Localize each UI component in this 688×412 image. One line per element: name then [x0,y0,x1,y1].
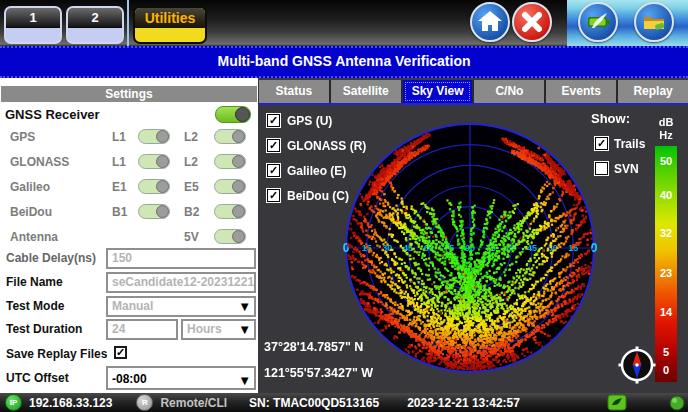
beidou-b1-label: B1 [112,205,127,219]
remote-mode: Remote/CLI [160,396,227,410]
utc-offset-label: UTC Offset [6,371,69,385]
colorbar-unit-hz: Hz [652,129,680,142]
test-mode-dropdown[interactable]: Manual ▼ [106,296,256,317]
settings-header: Settings [1,86,257,102]
beidou-label: BeiDou [10,205,52,219]
longitude-readout: 121°55'57.3427" W [264,366,373,380]
view-tabs: Status Satellite Sky View C/No Events Re… [259,80,688,103]
gnss-analyzer-screen: 1 2 Utilities [0,0,688,412]
show-label: Show: [591,111,630,126]
cno-colorbar: 50 40 32 23 14 5 0 [655,146,677,382]
test-duration-label: Test Duration [6,322,82,336]
trails-label: Trails [614,137,645,151]
glonass-b2-toggle[interactable] [214,154,246,169]
gps-b2-toggle[interactable] [214,129,246,144]
serial-number: SN: TMAC00QD513165 [249,396,379,410]
toggle-knob [232,180,245,193]
tab-replay[interactable]: Replay [618,80,688,103]
glonass-b1-label: L1 [112,155,126,169]
datetime: 2023-12-21 13:42:57 [407,396,520,410]
toggle-knob [156,205,169,218]
svn-label: SVN [614,162,639,176]
colorbar-tick: 5 [655,346,677,358]
gnss-receiver-toggle[interactable] [215,106,251,123]
cable-delay-label: Cable Delay(ns) [6,251,96,265]
save-replay-label: Save Replay Files [6,347,107,361]
gps-b1-toggle[interactable] [138,129,170,144]
trails-checkbox[interactable]: ✓ [595,137,608,150]
test-duration-unit-dropdown[interactable]: Hours ▼ [181,319,256,340]
colorbar-tick: 23 [655,267,677,279]
toggle-knob [232,130,245,143]
colorbar-tick: 14 [655,306,677,318]
tab-utilities[interactable]: Utilities [133,6,207,44]
gps-b2-label: L2 [184,130,198,144]
galileo-legend-checkbox[interactable]: ✓ [267,164,280,177]
toggle-knob [232,230,245,243]
glonass-label: GLONASS [10,155,69,169]
globe-icon[interactable] [669,395,685,411]
tab-1[interactable]: 1 [4,6,62,44]
tab-events[interactable]: Events [546,80,616,103]
dropdown-arrow-icon: ▼ [238,322,251,337]
toggle-knob [235,107,250,122]
svn-checkbox[interactable] [595,162,608,175]
compass-icon [616,344,658,386]
gps-legend-label: GPS (U) [287,114,332,128]
glonass-b1-toggle[interactable] [138,154,170,169]
sky-view-plot [333,111,607,385]
file-name-input[interactable]: seCandidate12-20231221 [106,272,256,293]
gps-legend-checkbox[interactable]: ✓ [267,114,280,127]
gnss-receiver-label: GNSS Receiver [5,107,100,122]
ip-address: 192.168.33.123 [29,396,112,410]
home-icon [472,4,508,40]
glonass-legend-checkbox[interactable]: ✓ [267,139,280,152]
test-duration-input[interactable]: 24 [106,319,178,340]
remote-session-icon[interactable] [607,394,627,411]
dropdown-arrow-icon: ▼ [238,371,251,390]
tab-status[interactable]: Status [259,80,329,103]
tab-satellite[interactable]: Satellite [331,80,401,103]
beidou-legend-label: BeiDou (C) [287,189,349,203]
utc-offset-dropdown[interactable]: -08:00 ▼ [106,366,256,390]
tab-1-label: 1 [6,8,60,28]
tab-cno[interactable]: C/No [474,80,544,103]
toggle-knob [156,155,169,168]
colorbar-unit: dB Hz [652,116,680,142]
beidou-b2-toggle[interactable] [214,204,246,219]
galileo-label: Galileo [10,180,50,194]
beidou-legend-checkbox[interactable]: ✓ [267,189,280,202]
antenna-label: Antenna [10,230,58,244]
remote-status-icon: R [136,394,153,411]
file-name-label: File Name [6,275,63,289]
test-mode-value: Manual [112,299,153,313]
glonass-legend-label: GLONASS (R) [287,139,366,153]
battery-button[interactable] [578,2,618,42]
galileo-b1-toggle[interactable] [138,179,170,194]
colorbar-unit-db: dB [652,116,680,129]
beidou-b1-toggle[interactable] [138,204,170,219]
save-replay-checkbox[interactable]: ✓ [114,346,127,359]
antenna-toggle[interactable] [214,229,246,244]
test-duration-unit-value: Hours [187,322,222,336]
antenna-5v-label: 5V [184,230,199,244]
home-button[interactable] [470,2,510,42]
galileo-b2-label: E5 [184,180,199,194]
colorbar-tick: 0 [655,364,677,376]
battery-icon [580,4,616,40]
galileo-b2-toggle[interactable] [214,179,246,194]
gps-b1-label: L1 [112,130,126,144]
cable-delay-input[interactable]: 150 [106,248,256,269]
tab-sky-view[interactable]: Sky View [403,80,473,103]
tab-underline [259,103,688,105]
folder-icon [636,4,672,40]
toggle-knob [232,155,245,168]
close-button[interactable] [512,2,552,42]
beidou-b2-label: B2 [184,205,199,219]
top-bar: 1 2 Utilities [0,0,688,46]
tab-2[interactable]: 2 [66,6,124,44]
file-manager-button[interactable] [634,2,674,42]
galileo-b1-label: E1 [112,180,127,194]
ip-status-icon: IP [5,394,22,411]
dropdown-arrow-icon: ▼ [238,299,251,314]
